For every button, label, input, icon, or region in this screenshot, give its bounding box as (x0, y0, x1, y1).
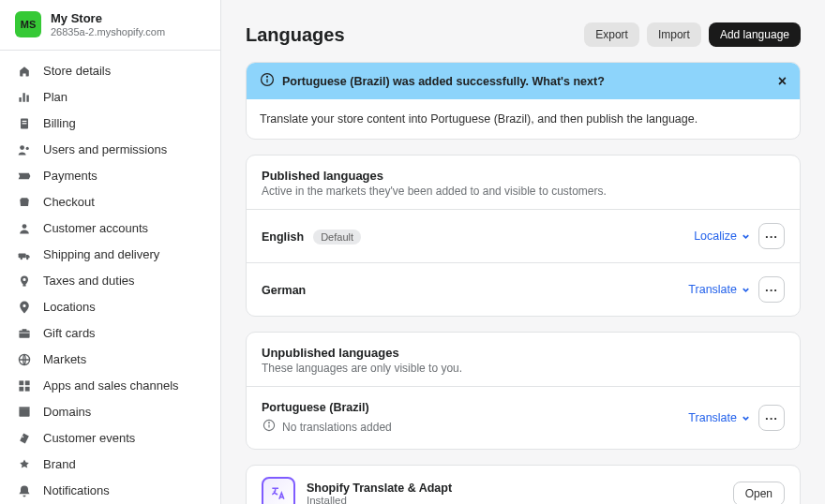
unpublished-subtitle: These languages are only visible to you. (262, 362, 785, 375)
more-actions-button[interactable]: ··· (758, 276, 785, 303)
nav-icon (17, 300, 32, 315)
language-name: German (262, 284, 306, 297)
svg-rect-9 (22, 285, 25, 287)
unpublished-title: Unpublished languages (262, 346, 785, 360)
sidebar-item-payments[interactable]: Payments (0, 163, 220, 189)
sidebar-item-label: Notifications (43, 483, 110, 497)
sidebar-item-locations[interactable]: Locations (0, 294, 220, 320)
export-button[interactable]: Export (584, 22, 639, 47)
translate-button[interactable]: Translate (688, 411, 751, 424)
svg-point-8 (26, 258, 28, 259)
settings-nav: Store detailsPlanBillingUsers and permis… (0, 51, 220, 504)
store-header[interactable]: MS My Store 26835a-2.myshopify.com (0, 0, 220, 51)
open-app-button[interactable]: Open (733, 482, 785, 504)
sidebar-item-users-and-permissions[interactable]: Users and permissions (0, 137, 220, 163)
translate-button[interactable]: Translate (688, 283, 751, 296)
store-avatar: MS (15, 11, 41, 37)
published-languages-card: Published languages Active in the market… (246, 155, 801, 317)
sidebar-item-customer-events[interactable]: Customer events (0, 425, 220, 452)
nav-icon (17, 326, 32, 341)
nav-icon (17, 221, 32, 236)
sidebar-item-plan[interactable]: Plan (0, 84, 220, 111)
svg-rect-6 (19, 253, 26, 258)
sidebar-item-apps-and-sales-channels[interactable]: Apps and sales channels (0, 373, 220, 399)
page-title: Languages (246, 24, 345, 46)
main-content: Languages Export Import Add language Por… (221, 0, 825, 504)
more-actions-button[interactable]: ··· (758, 405, 785, 431)
svg-rect-13 (19, 380, 23, 385)
nav-icon (17, 169, 32, 184)
svg-point-26 (269, 422, 270, 423)
sidebar-item-checkout[interactable]: Checkout (0, 189, 220, 215)
app-name: Shopify Translate & Adapt (307, 482, 452, 495)
sidebar-item-shipping-and-delivery[interactable]: Shipping and delivery (0, 242, 220, 268)
nav-icon (17, 274, 32, 289)
svg-point-23 (267, 76, 268, 77)
store-name: My Store (51, 11, 165, 26)
language-note: No translations added (282, 421, 392, 434)
svg-rect-18 (19, 407, 29, 408)
sidebar-item-taxes-and-duties[interactable]: Taxes and duties (0, 268, 220, 294)
svg-point-19 (22, 436, 24, 437)
nav-icon (17, 142, 32, 157)
sidebar-item-label: Apps and sales channels (43, 378, 179, 393)
sidebar-item-gift-cards[interactable]: Gift cards (0, 320, 220, 347)
nav-icon (17, 247, 32, 262)
language-row: Portuguese (Brazil)No translations added… (247, 386, 800, 449)
nav-icon (17, 405, 32, 420)
sidebar-item-label: Payments (43, 169, 98, 183)
sidebar-item-brand[interactable]: Brand (0, 452, 220, 478)
sidebar-item-label: Plan (43, 90, 68, 104)
svg-rect-17 (19, 409, 29, 417)
translate-app-card: Shopify Translate & Adapt Installed Open (246, 465, 801, 504)
sidebar-item-label: Locations (43, 300, 96, 314)
import-button[interactable]: Import (647, 22, 701, 47)
sidebar-item-label: Brand (43, 457, 76, 471)
language-row: EnglishDefaultLocalize ··· (247, 209, 800, 262)
sidebar-item-customer-accounts[interactable]: Customer accounts (0, 215, 220, 242)
sidebar: MS My Store 26835a-2.myshopify.com Store… (0, 0, 221, 504)
sidebar-item-markets[interactable]: Markets (0, 347, 220, 373)
info-icon (260, 72, 275, 90)
sidebar-item-label: Billing (43, 116, 76, 130)
localize-button[interactable]: Localize (694, 230, 751, 243)
published-subtitle: Active in the markets they've been added… (262, 185, 785, 198)
sidebar-item-label: Customer events (43, 431, 135, 445)
sidebar-item-label: Gift cards (43, 326, 96, 340)
default-badge: Default (313, 230, 361, 245)
svg-rect-2 (22, 123, 27, 124)
language-row: GermanTranslate ··· (247, 262, 800, 316)
add-language-button[interactable]: Add language (709, 22, 801, 47)
nav-icon (17, 195, 32, 210)
sidebar-item-notifications[interactable]: Notifications (0, 478, 220, 504)
banner-body: Translate your store content into Portug… (247, 99, 800, 139)
app-status: Installed (307, 495, 452, 504)
svg-rect-15 (19, 387, 23, 392)
svg-rect-1 (22, 121, 27, 122)
svg-point-4 (26, 147, 29, 150)
sidebar-item-label: Domains (43, 405, 91, 419)
svg-rect-16 (25, 387, 30, 392)
sidebar-item-domains[interactable]: Domains (0, 399, 220, 425)
store-domain: 26835a-2.myshopify.com (51, 26, 165, 38)
nav-icon (17, 64, 32, 79)
nav-icon (17, 457, 32, 472)
sidebar-item-label: Customer accounts (43, 221, 148, 235)
banner-title: Portuguese (Brazil) was added successful… (282, 75, 605, 88)
svg-point-7 (21, 258, 22, 259)
published-title: Published languages (262, 169, 785, 183)
nav-icon (17, 90, 32, 105)
svg-rect-14 (25, 380, 30, 385)
language-name: English (262, 230, 304, 244)
sidebar-item-billing[interactable]: Billing (0, 111, 220, 137)
more-actions-button[interactable]: ··· (758, 223, 785, 249)
sidebar-item-label: Users and permissions (43, 142, 167, 156)
sidebar-item-label: Markets (43, 352, 86, 366)
info-icon (262, 418, 277, 436)
svg-rect-10 (19, 331, 29, 338)
success-banner: Portuguese (Brazil) was added successful… (246, 62, 801, 140)
sidebar-item-label: Checkout (43, 195, 95, 209)
nav-icon (17, 116, 32, 131)
sidebar-item-store-details[interactable]: Store details (0, 58, 220, 84)
close-icon[interactable]: × (778, 74, 787, 89)
